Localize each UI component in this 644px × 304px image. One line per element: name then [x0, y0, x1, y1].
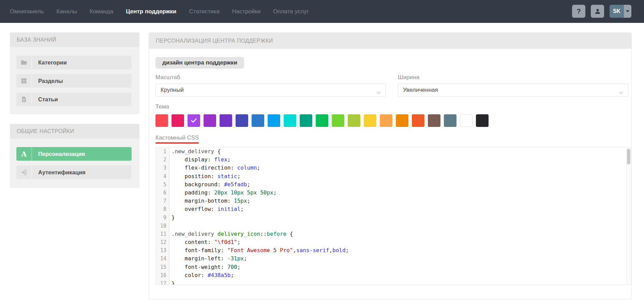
code-line: 4 position: static;: [156, 172, 631, 180]
check-icon: [191, 118, 197, 123]
design-tab-button[interactable]: дизайн центра поддержки: [155, 57, 244, 69]
question-mark-icon: ?: [576, 8, 581, 15]
sidebar-item-label: Разделы: [32, 74, 132, 88]
sign-in-icon: [16, 165, 31, 179]
theme-swatch-selected[interactable]: [188, 114, 200, 127]
editor-scrollbar-thumb[interactable]: [627, 149, 630, 164]
theme-swatches: [155, 114, 631, 127]
theme-swatch[interactable]: [236, 114, 248, 127]
theme-swatch[interactable]: [204, 114, 216, 127]
sidebar-item-categories[interactable]: Категории: [16, 56, 132, 69]
code-line: 16 color: #438a5b;: [156, 271, 631, 279]
theme-swatch[interactable]: [155, 114, 168, 127]
nav-item-billing[interactable]: Оплата услуг: [273, 8, 309, 15]
line-number: 16: [156, 271, 169, 279]
code-line: 3 flex-direction: column;: [156, 164, 631, 172]
theme-swatch[interactable]: [460, 114, 473, 127]
theme-swatch[interactable]: [332, 114, 344, 127]
theme-swatch[interactable]: [428, 114, 440, 127]
theme-swatch[interactable]: [171, 114, 184, 127]
nav-item-channels[interactable]: Каналы: [57, 8, 77, 15]
line-number: 8: [156, 205, 169, 213]
code-line: 2 display: flex;: [156, 156, 631, 164]
main-nav: Омнипанель Каналы Команда Центр поддержк…: [0, 8, 309, 15]
code-line: 5 background: #e5fadb;: [156, 180, 631, 189]
theme-swatch[interactable]: [364, 114, 376, 127]
line-number: 7: [156, 197, 169, 205]
theme-swatch[interactable]: [220, 114, 232, 127]
page-title: ПЕРСОНАЛИЗАЦИЯ ЦЕНТРА ПОДДЕРЖКИ: [149, 33, 631, 49]
theme-swatch[interactable]: [284, 114, 296, 127]
grid-icon: [16, 74, 31, 88]
code-line: 14 margin-left: -31px;: [156, 255, 631, 263]
file-icon: [16, 92, 31, 106]
scale-field-group: Масштаб Крупный: [155, 74, 386, 97]
code-line: 11.new_delivery delivery_icon::before {: [156, 230, 631, 238]
editor-scrollbar[interactable]: [626, 147, 631, 285]
theme-swatch[interactable]: [300, 114, 312, 127]
theme-swatch[interactable]: [380, 114, 392, 127]
scale-select-value: Крупный: [161, 87, 184, 93]
code-line: 6 padding: 20px 10px 5px 50px;: [156, 189, 631, 197]
line-number: 17: [156, 279, 169, 285]
scale-select[interactable]: Крупный: [155, 84, 386, 97]
help-button[interactable]: ?: [572, 5, 585, 18]
custom-css-label: Кастомный CSS: [155, 134, 199, 144]
line-number: 3: [156, 164, 169, 172]
theme-swatch[interactable]: [396, 114, 408, 127]
width-select-value: Увеличенная: [403, 87, 438, 93]
nav-item-support-center[interactable]: Центр поддержки: [126, 8, 176, 15]
width-select[interactable]: Увеличенная: [398, 84, 628, 97]
line-number: 13: [156, 246, 169, 255]
folder-icon: [16, 56, 31, 69]
theme-swatch[interactable]: [268, 114, 280, 127]
sidebar-item-label: Персонализация: [32, 147, 132, 161]
theme-swatch[interactable]: [444, 114, 456, 127]
nav-item-team[interactable]: Команда: [90, 8, 113, 15]
line-number: 12: [156, 238, 169, 246]
nav-item-omnipanel[interactable]: Омнипанель: [10, 8, 44, 15]
sidebar-item-label: Категории: [32, 56, 132, 69]
chevron-down-icon: [376, 89, 381, 96]
css-code-editor[interactable]: 1.new_delivery {2 display: flex;3 flex-d…: [155, 147, 631, 285]
code-line: 13 font-family: "Font Awesome 5 Pro",san…: [156, 246, 631, 255]
sidebar-item-articles[interactable]: Статьи: [16, 92, 132, 106]
chevron-down-icon: [624, 5, 631, 18]
line-number: 5: [156, 180, 169, 189]
sidebar-item-sections[interactable]: Разделы: [16, 74, 132, 88]
line-number: 10: [156, 222, 169, 230]
line-number: 1: [156, 147, 169, 156]
line-number: 4: [156, 172, 169, 180]
sidebar-item-personalization[interactable]: A Персонализация: [16, 147, 132, 161]
sidebar-item-label: Аутентификация: [32, 165, 132, 179]
general-settings-header: ОБЩИЕ НАСТРОЙКИ: [10, 124, 139, 139]
nav-item-statistics[interactable]: Статистика: [189, 8, 220, 15]
code-line: 17}: [156, 279, 631, 285]
theme-swatch[interactable]: [252, 114, 264, 127]
person-icon: [594, 8, 601, 15]
width-label: Ширина: [398, 74, 628, 81]
line-number: 6: [156, 189, 169, 197]
top-navigation-bar: Омнипанель Каналы Команда Центр поддержк…: [0, 0, 644, 23]
line-number: 2: [156, 156, 169, 164]
theme-swatch[interactable]: [412, 114, 424, 127]
width-field-group: Ширина Увеличенная: [398, 74, 628, 97]
knowledge-base-header: БАЗА ЗНАНИЙ: [10, 32, 139, 47]
code-line: 1.new_delivery {: [156, 147, 631, 156]
nav-item-settings[interactable]: Настройки: [232, 8, 260, 15]
scale-label: Масштаб: [155, 74, 386, 81]
sidebar-item-label: Статьи: [32, 92, 132, 106]
theme-swatch[interactable]: [476, 114, 489, 127]
line-number: 11: [156, 230, 169, 238]
code-line: 9}: [156, 214, 631, 222]
code-line: 12 content: "\f0d1";: [156, 238, 631, 246]
code-line: 10: [156, 222, 631, 230]
code-line: 8 overflow: initial;: [156, 205, 631, 213]
sidebar-item-authentication[interactable]: Аутентификация: [16, 165, 132, 179]
theme-swatch[interactable]: [316, 114, 328, 127]
profile-button[interactable]: [591, 5, 604, 18]
line-number: 15: [156, 263, 169, 271]
account-menu-button[interactable]: SK: [610, 5, 631, 18]
code-line: 15 font-weight: 700;: [156, 263, 631, 271]
theme-swatch[interactable]: [348, 114, 360, 127]
